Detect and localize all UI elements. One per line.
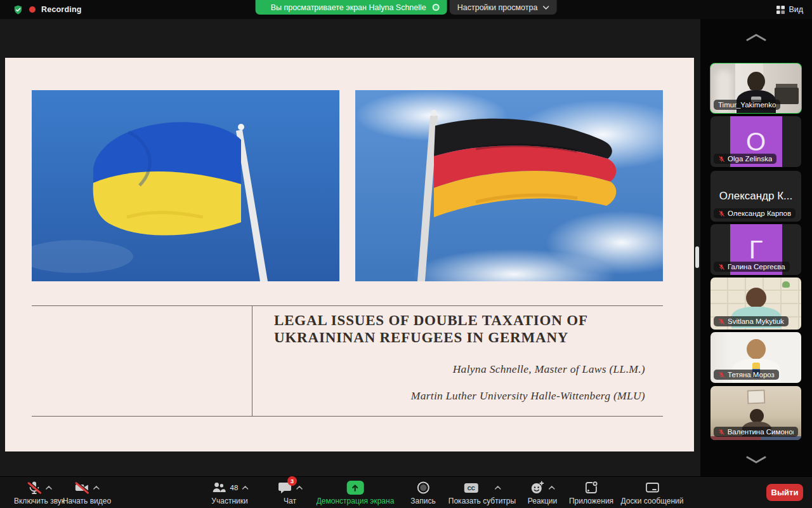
mic-muted-icon [718, 429, 725, 436]
mic-muted-icon [27, 480, 42, 495]
shared-screen-stage: LEGAL ISSUES OF DOUBLE TAXATION OF UKRAI… [0, 19, 700, 476]
recording-dot-icon [29, 6, 36, 13]
security-shield-icon[interactable] [13, 4, 23, 15]
view-button[interactable]: Вид [776, 0, 803, 19]
chevron-down-icon [745, 456, 767, 464]
zoom-meeting-window: Recording Вы просматриваете экран Halyna… [0, 0, 812, 508]
banner-ring-icon [433, 4, 440, 11]
scroll-up-button[interactable] [742, 29, 770, 44]
participant-name-label: Olga Zelinska [714, 154, 776, 164]
chevron-up-icon [745, 33, 767, 41]
captions-button[interactable]: CC Показать субтитры [449, 479, 516, 505]
participant-tile[interactable]: Олександр К... Олександр Карпов [710, 171, 801, 222]
share-screen-button[interactable]: Демонстрация экрана [317, 479, 395, 505]
participant-name-label: Тетяна Мороз [714, 370, 779, 380]
mic-muted-icon [718, 264, 725, 271]
whiteboards-button[interactable]: Доски сообщений [620, 479, 683, 505]
view-grid-icon [776, 6, 785, 14]
scroll-down-button[interactable] [742, 452, 770, 467]
screen-share-banner-group: Вы просматриваете экран Halyna Schnelle … [256, 0, 557, 15]
participant-tile[interactable]: Svitlana Mykytiuk [710, 277, 801, 330]
slide-author: Halyna Schnelle, Master of Laws (LL.M.) [274, 363, 645, 376]
apps-icon [584, 480, 599, 495]
slide-divider-vertical [252, 306, 252, 416]
participant-tile[interactable]: Timur_Yakimenko [710, 64, 801, 113]
caret-down-icon [542, 6, 549, 10]
record-button[interactable]: Запись [410, 479, 435, 505]
participant-tile[interactable]: Г Галина Сергеєва [710, 224, 801, 275]
panel-drag-handle[interactable] [695, 246, 699, 268]
reactions-smiley-icon [530, 480, 545, 495]
share-screen-icon [347, 481, 364, 495]
start-video-button[interactable]: Начать видео [63, 479, 111, 505]
germany-flag-photo [355, 90, 663, 281]
participants-sidebar: Timur_Yakimenko O Olga Zelinska Олександ… [700, 19, 812, 476]
unmute-button[interactable]: Включить звук [14, 479, 65, 505]
svg-text:CC: CC [468, 485, 475, 491]
participant-name-label: Svitlana Mykytiuk [714, 316, 789, 326]
captions-cc-icon: CC [463, 480, 480, 495]
participants-count: 48 [230, 484, 239, 491]
whiteboard-icon [645, 480, 660, 495]
participants-icon [211, 480, 226, 495]
screen-share-banner: Вы просматриваете экран Halyna Schnelle [256, 0, 447, 15]
mic-muted-icon [718, 371, 725, 378]
slide-divider-top [32, 305, 663, 306]
slide-title: LEGAL ISSUES OF DOUBLE TAXATION OF UKRAI… [274, 312, 645, 346]
camera-muted-icon [74, 480, 89, 495]
apps-button[interactable]: Приложения [569, 479, 613, 505]
chevron-up-icon[interactable] [93, 486, 100, 490]
meeting-toolbar: Включить звук Начать видео [0, 476, 812, 508]
recording-indicator: Recording [13, 0, 82, 19]
chat-badge: 3 [287, 476, 297, 486]
participant-tile[interactable]: Тетяна Мороз [710, 332, 801, 383]
presentation-slide: LEGAL ISSUES OF DOUBLE TAXATION OF UKRAI… [5, 58, 694, 451]
participant-name-label: Олександр Карпов [714, 208, 796, 218]
participant-name-label: Галина Сергеєва [714, 262, 790, 272]
chevron-up-icon[interactable] [549, 486, 555, 490]
mic-muted-icon [718, 318, 725, 325]
chat-bubble-icon: 3 [277, 480, 292, 495]
recording-label: Recording [41, 5, 82, 14]
mic-muted-icon [718, 156, 725, 163]
participant-tile[interactable]: Валентина Симонок [710, 386, 801, 440]
view-label: Вид [789, 5, 803, 14]
mic-muted-icon [718, 210, 725, 217]
record-circle-icon [416, 480, 431, 495]
chevron-up-icon[interactable] [495, 486, 501, 490]
participants-button[interactable]: 48 Участники [211, 479, 249, 505]
chevron-up-icon[interactable] [242, 486, 248, 490]
chevron-up-icon[interactable] [296, 486, 303, 490]
top-bar: Recording Вы просматриваете экран Halyna… [0, 0, 812, 19]
participant-tile[interactable]: O Olga Zelinska [710, 116, 801, 167]
leave-button[interactable]: Выйти [766, 484, 803, 501]
chat-button[interactable]: 3 Чат [277, 479, 303, 505]
participant-name-label: Timur_Yakimenko [714, 100, 780, 110]
slide-affiliation: Martin Luther University Halle-Wittenber… [274, 389, 645, 403]
screen-share-banner-text: Вы просматриваете экран Halyna Schnelle [271, 3, 426, 12]
view-settings-label: Настройки просмотра [457, 3, 538, 12]
view-settings-button[interactable]: Настройки просмотра [450, 0, 557, 15]
ukraine-flag-photo [32, 90, 339, 281]
reactions-button[interactable]: Реакции [528, 479, 557, 505]
slide-title-block: LEGAL ISSUES OF DOUBLE TAXATION OF UKRAI… [274, 312, 645, 416]
participant-name-label: Валентина Симонок [714, 427, 798, 437]
chevron-up-icon[interactable] [46, 486, 52, 490]
